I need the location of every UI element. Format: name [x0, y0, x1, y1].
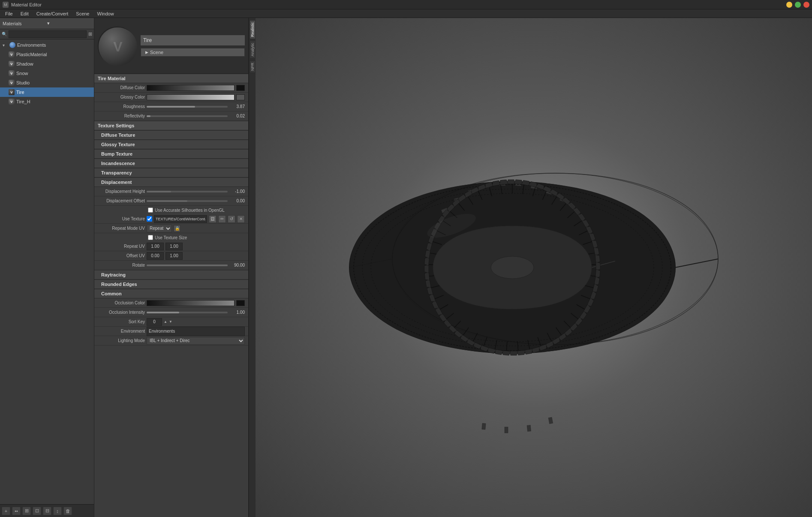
- search-input[interactable]: [9, 30, 87, 38]
- tree-item-environments[interactable]: ▾ Environments: [0, 40, 94, 50]
- sort-key-spinup[interactable]: ▲: [164, 320, 167, 324]
- repeat-uv-y-input[interactable]: 1.00: [165, 243, 183, 250]
- displacement-offset-slider[interactable]: [147, 200, 228, 202]
- occlusion-intensity-number: 1.00: [229, 310, 245, 315]
- lock-icon[interactable]: 🔒: [174, 225, 180, 232]
- app-icon: M: [3, 2, 9, 8]
- rounded-edges-section[interactable]: Rounded Edges: [94, 280, 248, 289]
- displacement-section[interactable]: Displacement: [94, 177, 248, 187]
- properties-scroll[interactable]: Tire Material Diffuse Color Glossy Color: [94, 74, 248, 517]
- materials-dropdown[interactable]: Materials ▾: [0, 18, 94, 29]
- rotate-slider[interactable]: [147, 265, 228, 266]
- occlusion-color-swatch[interactable]: [147, 300, 235, 306]
- use-texture-size-checkbox[interactable]: [148, 235, 153, 240]
- texture-delete-btn[interactable]: ✕: [237, 215, 245, 223]
- transparency-label: Transparency: [101, 170, 132, 175]
- tire-rendering: [256, 18, 812, 517]
- tree-item-studio[interactable]: V Studio: [0, 78, 94, 87]
- offset-uv-y-input[interactable]: 1.00: [165, 252, 183, 260]
- texture-browse-icon[interactable]: 🖼: [209, 215, 217, 223]
- repeat-mode-label: Repeat Mode UV: [98, 226, 145, 231]
- offset-uv-x-input[interactable]: 0.00: [147, 252, 164, 260]
- lighting-mode-select[interactable]: IBL + Indirect + Direc: [147, 337, 245, 345]
- scene-button[interactable]: ▶ Scene: [141, 48, 245, 57]
- tree-list: ▾ Environments V PlasticMaterial V Shado…: [0, 39, 94, 504]
- use-accurate-checkbox[interactable]: [148, 207, 153, 213]
- group-button[interactable]: ⊞: [22, 507, 31, 515]
- svg-point-141: [491, 256, 534, 279]
- sort-key-input[interactable]: 0: [147, 318, 162, 326]
- occlusion-intensity-row: Occlusion Intensity 1.00: [94, 308, 248, 317]
- tree-item-shadow[interactable]: V Shadow: [0, 59, 94, 69]
- mat-icon-tire: V: [9, 89, 15, 95]
- menu-scene[interactable]: Scene: [72, 10, 93, 17]
- render-tab-analytic[interactable]: Analytic: [250, 41, 256, 59]
- incandescence-section[interactable]: Incandescence: [94, 159, 248, 168]
- tire-material-section[interactable]: Tire Material: [94, 74, 248, 83]
- sort-key-spindown[interactable]: ▼: [169, 320, 172, 324]
- render-tab-realistic[interactable]: Realistic: [250, 20, 256, 39]
- ungroup-button[interactable]: ⊡: [33, 507, 41, 515]
- diffuse-texture-section[interactable]: Diffuse Texture: [94, 130, 248, 140]
- transparency-section[interactable]: Transparency: [94, 168, 248, 177]
- collapse-button[interactable]: ⊟: [43, 507, 51, 515]
- displacement-height-slider[interactable]: [147, 191, 228, 192]
- occlusion-color-black-swatch[interactable]: [236, 300, 245, 306]
- mat-icon-studio: V: [9, 80, 15, 86]
- texture-settings-section[interactable]: Texture Settings: [94, 121, 248, 130]
- tree-item-label-tire-h: Tire_H: [16, 99, 30, 104]
- glossy-texture-section[interactable]: Glossy Texture: [94, 140, 248, 149]
- occlusion-intensity-slider[interactable]: [147, 312, 228, 313]
- use-texture-size-row: Use Texture Size: [94, 233, 248, 242]
- svg-rect-13: [527, 425, 531, 432]
- tree-item-plasticmaterial[interactable]: V PlasticMaterial: [0, 50, 94, 59]
- sort-key-row: Sort Key 0 ▲ ▼: [94, 317, 248, 327]
- tree-item-snow[interactable]: V Snow: [0, 69, 94, 78]
- rotate-label: Rotate: [98, 263, 145, 268]
- diffuse-color-swatch[interactable]: [147, 85, 235, 91]
- tree-item-tire-h[interactable]: V Tire_H: [0, 97, 94, 106]
- render-tab-npr[interactable]: NPR: [250, 60, 256, 73]
- texture-path-input[interactable]: TEXTUREs/ContiWinterContact_R.btf: [154, 215, 207, 223]
- texture-edit-btn[interactable]: ✏: [218, 215, 226, 223]
- main-content: Materials ▾ 🔍 ⊞ ▾ Environments V Plastic…: [0, 18, 812, 517]
- svg-marker-140: [499, 180, 508, 185]
- use-texture-checkbox[interactable]: [147, 216, 152, 222]
- close-button[interactable]: [803, 2, 809, 8]
- menu-edit[interactable]: Edit: [17, 10, 32, 17]
- scene-btn-label: Scene: [150, 50, 163, 55]
- bump-texture-section[interactable]: Bump Texture: [94, 149, 248, 159]
- roughness-slider[interactable]: [147, 106, 228, 108]
- duplicate-button[interactable]: ••: [12, 507, 21, 515]
- minimize-button[interactable]: [786, 2, 792, 8]
- tree-item-tire[interactable]: V Tire: [0, 87, 94, 97]
- menu-create[interactable]: Create/Convert: [33, 10, 72, 17]
- repeat-mode-select[interactable]: Repeat: [147, 225, 172, 232]
- preview-right: Tire ▶ Scene: [141, 35, 245, 57]
- tree-item-label-studio: Studio: [16, 80, 30, 85]
- sort-button[interactable]: ↕: [53, 507, 62, 515]
- glossy-color-black-swatch[interactable]: [236, 94, 245, 100]
- reflectivity-slider[interactable]: [147, 115, 228, 117]
- glossy-color-label: Glossy Color: [98, 95, 145, 99]
- dropdown-arrow-icon: ▾: [47, 21, 92, 26]
- delete-button[interactable]: 🗑: [63, 507, 72, 515]
- common-section[interactable]: Common: [94, 289, 248, 298]
- svg-marker-87: [596, 262, 600, 271]
- filter-icon[interactable]: ⊞: [88, 31, 92, 37]
- glossy-texture-label: Glossy Texture: [101, 142, 135, 147]
- menu-file[interactable]: File: [2, 10, 16, 17]
- add-material-button[interactable]: +: [2, 507, 10, 515]
- glossy-color-value: [147, 94, 245, 100]
- environment-input[interactable]: Environments: [147, 327, 245, 336]
- occlusion-color-value: [147, 300, 245, 306]
- repeat-uv-x-input[interactable]: 1.00: [147, 243, 164, 250]
- sort-key-value: 0 ▲ ▼: [147, 318, 245, 326]
- diffuse-color-black-swatch[interactable]: [236, 85, 245, 91]
- raytracing-section[interactable]: Raytracing: [94, 270, 248, 280]
- maximize-button[interactable]: [795, 2, 801, 8]
- mat-icon-plasticmaterial: V: [9, 51, 15, 57]
- texture-refresh-btn[interactable]: ↺: [228, 215, 235, 223]
- menu-window[interactable]: Window: [94, 10, 117, 17]
- glossy-color-swatch[interactable]: [147, 94, 235, 100]
